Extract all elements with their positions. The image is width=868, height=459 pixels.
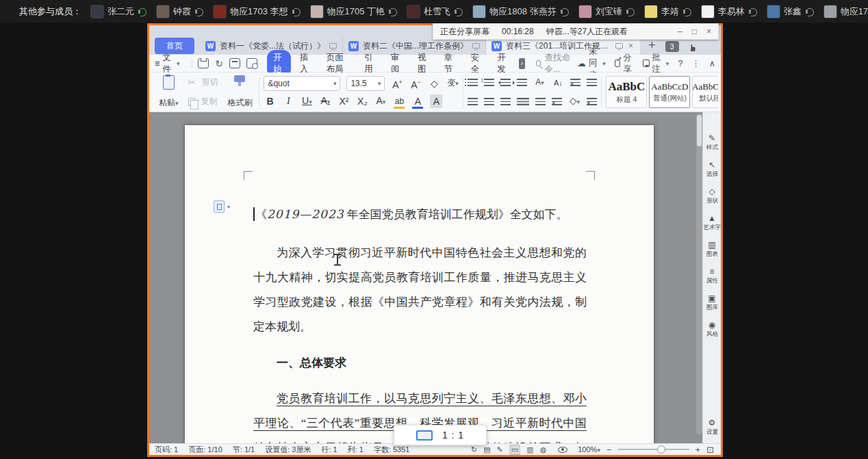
zoom-ratio-popup: 1 : 1 bbox=[394, 425, 487, 445]
align-center-icon[interactable] bbox=[484, 98, 494, 105]
command-search-box[interactable]: 查找命令... bbox=[536, 52, 578, 75]
outline-view-icon[interactable]: ▥ bbox=[526, 445, 533, 454]
search-placeholder: 查找命令... bbox=[544, 52, 577, 75]
zoom-in-button[interactable]: + bbox=[695, 445, 701, 455]
participant-chip[interactable]: 杜雪飞 bbox=[407, 5, 463, 18]
distribute-icon[interactable] bbox=[535, 98, 546, 105]
vertical-scrollbar[interactable] bbox=[696, 114, 702, 434]
speaker-icon bbox=[560, 8, 570, 16]
bullet-list-icon[interactable] bbox=[468, 79, 478, 86]
participant-chip[interactable]: 物应1703 李想 bbox=[213, 5, 301, 18]
participant-chip[interactable]: 李靖 bbox=[644, 5, 692, 18]
sort-button[interactable]: A↓ bbox=[552, 76, 564, 90]
more-options-icon[interactable]: ⋮ bbox=[691, 58, 700, 68]
rail-settings-button[interactable]: ⚙设置 bbox=[706, 419, 719, 436]
participant-chip[interactable]: 物应1705 丁艳 bbox=[310, 5, 398, 18]
hand-icon[interactable]: ☛ bbox=[687, 44, 698, 53]
participant-chip[interactable]: 物应1808 张燕芬 bbox=[472, 5, 570, 18]
ribbon-overflow-button[interactable]: › bbox=[519, 58, 525, 69]
ink-mode-icon[interactable]: ✎ bbox=[497, 445, 503, 454]
paste-options-popup-icon[interactable] bbox=[214, 200, 225, 213]
print-icon[interactable] bbox=[229, 58, 240, 68]
strikethrough-button[interactable]: A bbox=[319, 94, 331, 109]
shrink-font-button[interactable]: A− bbox=[409, 75, 422, 92]
style-normal-web[interactable]: AaBbCcD 普通(网站) bbox=[649, 76, 690, 108]
fit-page-icon[interactable]: ⊡ bbox=[706, 445, 714, 455]
style-default-paragraph[interactable]: AaBbCcDd 默认段... bbox=[692, 76, 718, 108]
rail-select-button[interactable]: ↖选择 bbox=[706, 161, 719, 179]
increase-indent-icon[interactable] bbox=[517, 79, 527, 86]
insertion-caret bbox=[253, 207, 255, 221]
zoom-level-value[interactable]: 100% bbox=[578, 445, 600, 454]
line-spacing-icon[interactable] bbox=[570, 79, 580, 86]
character-scale-button[interactable]: A bbox=[533, 75, 546, 90]
share-button[interactable]: 分享 bbox=[615, 52, 635, 75]
superscript-button[interactable]: X² bbox=[337, 94, 350, 108]
minimize-button[interactable]: – bbox=[678, 27, 682, 36]
zoom-slider-knob[interactable] bbox=[657, 445, 665, 454]
task-pane-icon[interactable]: ↻ bbox=[471, 445, 477, 454]
paste-button[interactable]: 粘贴 bbox=[156, 75, 181, 109]
participant-chip[interactable]: 物应1702 何波浪 bbox=[824, 5, 868, 18]
rail-styles-button[interactable]: ✎样式 bbox=[706, 134, 719, 152]
comment-button[interactable]: 批注 ▾ bbox=[643, 52, 669, 75]
scrollbar-thumb[interactable] bbox=[697, 115, 702, 146]
bold-button[interactable]: B bbox=[264, 94, 276, 108]
align-left-icon[interactable] bbox=[468, 98, 478, 105]
copy-button[interactable]: 复制 bbox=[188, 96, 218, 107]
clear-format-button[interactable]: ◇ bbox=[428, 77, 440, 90]
table-grid-icon[interactable] bbox=[587, 79, 597, 86]
numbered-list-icon[interactable] bbox=[484, 79, 494, 86]
align-right-icon[interactable] bbox=[500, 98, 511, 105]
format-painter-button[interactable]: 格式刷 bbox=[225, 75, 255, 109]
maximize-button[interactable]: □ bbox=[692, 27, 697, 36]
eye-protection-icon[interactable] bbox=[558, 447, 567, 453]
web-layout-icon[interactable]: ◍ bbox=[540, 445, 547, 454]
close-button[interactable]: × bbox=[706, 27, 711, 36]
decrease-indent-icon[interactable] bbox=[500, 79, 511, 86]
font-size-select[interactable]: 13.5 bbox=[346, 76, 385, 91]
shading-fill-icon[interactable]: ◇ bbox=[568, 94, 580, 109]
document-text[interactable]: 《2019—2023 年全国党员教育培训工作规划》全文如下。 为深入学习贯彻习近… bbox=[253, 202, 587, 443]
borders-icon[interactable] bbox=[587, 98, 597, 105]
rail-shapes-button[interactable]: ◇形状 bbox=[706, 187, 719, 205]
subscript-button[interactable]: X₂ bbox=[356, 94, 368, 108]
collapse-ribbon-icon[interactable]: ∧ bbox=[709, 58, 715, 68]
share-viewers-text[interactable]: 钟霞...等27人正在观看 bbox=[546, 26, 628, 38]
status-word-count[interactable]: 字数: 5351 bbox=[374, 445, 410, 455]
zoom-out-button[interactable]: − bbox=[607, 445, 612, 455]
font-color-button[interactable]: A bbox=[411, 94, 424, 108]
print-layout-icon[interactable]: ▭ bbox=[509, 445, 520, 455]
zoom-slider[interactable] bbox=[618, 449, 689, 450]
participant-chip[interactable]: 张二元 bbox=[90, 5, 147, 18]
participant-chip[interactable]: 张鑫 bbox=[767, 5, 815, 18]
text-effects-button[interactable]: A bbox=[374, 94, 387, 109]
justify-icon[interactable] bbox=[517, 98, 529, 105]
rail-chart-button[interactable]: ▥图表 bbox=[706, 241, 719, 259]
cut-button[interactable]: ✂ 剪切 bbox=[188, 77, 218, 88]
italic-button[interactable]: I bbox=[282, 94, 294, 108]
participant-chip[interactable]: 刘宝锤 bbox=[578, 5, 635, 18]
highlight-color-button[interactable]: ab bbox=[393, 94, 405, 108]
participant-chip[interactable]: 李易林 bbox=[701, 5, 758, 18]
paragraph-layout-icon[interactable] bbox=[552, 98, 562, 105]
underline-button[interactable]: U bbox=[301, 94, 313, 109]
style-heading4[interactable]: AaBbC 标题 4 bbox=[606, 76, 647, 108]
undo-icon[interactable]: ↻ bbox=[215, 58, 223, 69]
participant-name: 物应1702 何波浪 bbox=[841, 5, 868, 18]
rail-gallery-button[interactable]: ▣图库 bbox=[706, 294, 719, 312]
save-icon[interactable] bbox=[198, 58, 209, 68]
character-shading-button[interactable]: A bbox=[430, 94, 442, 108]
help-button[interactable]: ? bbox=[678, 59, 682, 68]
document-page[interactable]: 《2019—2023 年全国党员教育培训工作规划》全文如下。 为深入学习贯彻习近… bbox=[185, 125, 654, 443]
font-name-select[interactable]: &quot bbox=[264, 76, 340, 91]
rail-wordart-button[interactable]: ▲艺术字 bbox=[702, 214, 721, 232]
file-menu-button[interactable]: ≡ 文件 ▾ bbox=[155, 52, 179, 75]
read-mode-icon[interactable]: ▤ bbox=[483, 445, 490, 454]
grow-font-button[interactable]: A+ bbox=[391, 75, 403, 92]
pinyin-guide-button[interactable]: 变 bbox=[446, 76, 459, 90]
participant-chip[interactable]: 钟霞 bbox=[156, 5, 204, 18]
rail-properties-button[interactable]: ≡属性 bbox=[706, 267, 719, 285]
rail-theme-button[interactable]: ◉风格 bbox=[706, 321, 719, 339]
print-preview-icon[interactable] bbox=[246, 58, 257, 68]
